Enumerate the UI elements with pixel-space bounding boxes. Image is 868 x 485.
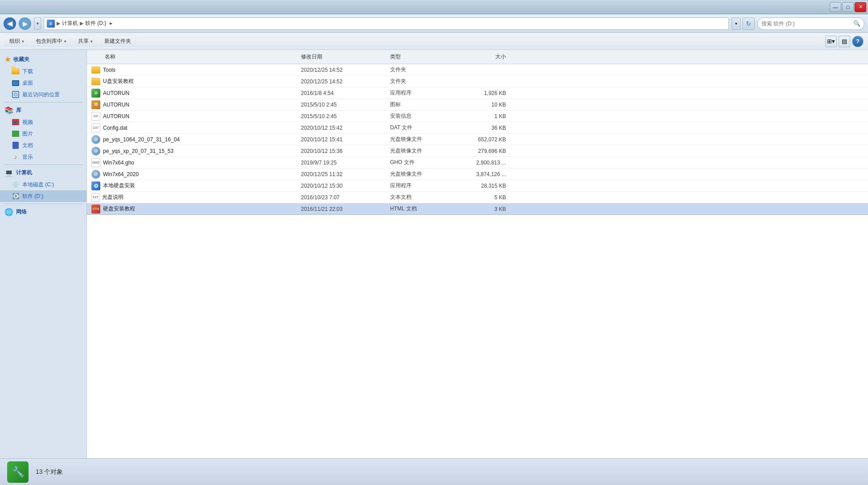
refresh-button[interactable]: ↻ (742, 17, 755, 30)
file-name-text: Config.dat (103, 125, 128, 131)
file-size-cell: 2,900,813 ... (461, 160, 515, 166)
file-name-cell: GHO Win7x64.gho (87, 158, 301, 167)
path-separator-2: ▶ (80, 21, 83, 26)
file-name-cell: INF AUTORUN (87, 112, 301, 121)
desktop-icon (12, 79, 20, 87)
column-header: 名称 修改日期 类型 大小 (87, 50, 868, 64)
share-button[interactable]: 共享 ▾ (73, 35, 98, 48)
column-size-header[interactable]: 大小 (461, 53, 515, 61)
network-icon: 🌐 (4, 208, 13, 216)
favorites-star-icon: ★ (4, 55, 11, 64)
column-date-header[interactable]: 修改日期 (301, 53, 390, 61)
file-date-cell: 2020/12/25 14:52 (301, 78, 390, 85)
file-size-cell: 3,874,126 ... (461, 171, 515, 177)
file-name-text: 光盘说明 (102, 193, 123, 201)
sidebar-item-images[interactable]: 图片 (0, 128, 86, 140)
file-date-cell: 2020/10/12 15:36 (301, 148, 390, 154)
sidebar-item-software-d[interactable]: 💽 软件 (D:) (0, 190, 86, 202)
file-date-cell: 2015/5/10 2:45 (301, 102, 390, 108)
sidebar-item-downloads[interactable]: 下载 (0, 66, 86, 77)
app-icon: ⚙ (91, 89, 100, 98)
search-box[interactable]: 🔍 (757, 17, 864, 30)
search-icon[interactable]: 🔍 (853, 20, 860, 27)
table-row[interactable]: TXT 光盘说明 2016/10/23 7:07 文本文档 5 KB (87, 192, 868, 203)
sidebar-item-desktop[interactable]: 桌面 (0, 77, 86, 89)
folder-icon (91, 66, 100, 74)
address-path[interactable]: ⊞ ▶ 计算机 ▶ 软件 (D:) ▶ (44, 17, 729, 30)
sidebar-network-label: 网络 (16, 208, 27, 216)
preview-pane-button[interactable]: ▤ (839, 36, 850, 47)
table-row[interactable]: Tools 2020/12/25 14:52 文件夹 (87, 64, 868, 76)
table-row[interactable]: HTM 硬盘安装教程 2016/11/21 22:03 HTML 文档 3 KB (87, 203, 868, 215)
disk-d-icon: 💽 (12, 192, 20, 200)
file-name-cell: 💿 本地硬盘安装 (87, 181, 301, 190)
sidebar-network-header[interactable]: 🌐 网络 (0, 206, 86, 218)
minimize-button[interactable]: — (830, 2, 841, 12)
sidebar-item-local-c[interactable]: 💿 本地磁盘 (C:) (0, 179, 86, 190)
file-size-cell: 1 KB (461, 113, 515, 119)
sidebar-libraries-header[interactable]: 📚 库 (0, 104, 86, 116)
sidebar-computer-header[interactable]: 💻 计算机 (0, 167, 86, 179)
table-row[interactable]: 💿 pe_yqs_xp_20_07_31_15_53 2020/10/12 15… (87, 145, 868, 157)
sidebar-item-documents[interactable]: 文档 (0, 140, 86, 151)
library-dropdown-icon: ▾ (64, 39, 66, 44)
file-items-container: Tools 2020/12/25 14:52 文件夹 U盘安装教程 2020/1… (87, 64, 868, 458)
column-name-header[interactable]: 名称 (87, 53, 301, 61)
file-name-cell: 💿 pe_yqs_xp_20_07_31_15_53 (87, 147, 301, 156)
address-dropdown-button[interactable]: ▾ (732, 17, 740, 30)
column-type-header[interactable]: 类型 (390, 53, 461, 61)
file-date-cell: 2020/10/12 15:30 (301, 183, 390, 189)
dat-icon: DAT (91, 123, 100, 132)
sidebar-favorites-header[interactable]: ★ 收藏夹 (0, 53, 86, 66)
table-row[interactable]: 🖼 AUTORUN 2015/5/10 2:45 图标 10 KB (87, 99, 868, 111)
organize-button[interactable]: 组织 ▾ (4, 35, 29, 48)
path-computer-label: 计算机 (62, 20, 78, 27)
sidebar-section-favorites: ★ 收藏夹 下载 桌面 ⊙ 最近访问的位置 (0, 53, 86, 100)
sidebar-favorites-label: 收藏夹 (13, 56, 29, 63)
file-name-text: Win7x64.gho (103, 160, 134, 166)
sidebar-item-music[interactable]: ♪ 音乐 (0, 151, 86, 163)
hdinstall-icon: 💿 (91, 181, 100, 190)
file-date-cell: 2020/12/25 14:52 (301, 67, 390, 73)
table-row[interactable]: DAT Config.dat 2020/10/12 15:42 DAT 文件 3… (87, 122, 868, 134)
file-name-text: U盘安装教程 (103, 78, 134, 85)
table-row[interactable]: 💿 Win7x64_2020 2020/12/25 11:32 光盘映像文件 3… (87, 169, 868, 180)
file-name-text: pe_yqs_xp_20_07_31_15_53 (103, 148, 173, 154)
search-input[interactable] (761, 21, 852, 27)
maximize-button[interactable]: □ (842, 2, 854, 12)
table-row[interactable]: INF AUTORUN 2015/5/10 2:45 安装信息 1 KB (87, 111, 868, 122)
include-library-button[interactable]: 包含到库中 ▾ (31, 35, 71, 48)
file-name-cell: 🖼 AUTORUN (87, 100, 301, 109)
file-type-cell: GHO 文件 (390, 159, 461, 166)
table-row[interactable]: U盘安装教程 2020/12/25 14:52 文件夹 (87, 76, 868, 87)
new-folder-button[interactable]: 新建文件夹 (99, 35, 136, 48)
sidebar-section-computer: 💻 计算机 💿 本地磁盘 (C:) 💽 软件 (D:) (0, 167, 86, 202)
computer-icon: 💻 (4, 169, 13, 177)
table-row[interactable]: GHO Win7x64.gho 2019/9/7 19:25 GHO 文件 2,… (87, 157, 868, 169)
forward-button[interactable]: ▶ (19, 17, 31, 30)
file-type-cell: 光盘映像文件 (390, 147, 461, 155)
table-row[interactable]: 💿 pe_yqs_1064_20_07_31_16_04 2020/10/12 … (87, 134, 868, 145)
include-library-label: 包含到库中 (36, 37, 62, 45)
addressbar: ◀ ▶ ▾ ⊞ ▶ 计算机 ▶ 软件 (D:) ▶ ▾ ↻ 🔍 (0, 14, 868, 33)
file-name-text: AUTORUN (103, 102, 129, 108)
ico-icon: 🖼 (91, 100, 100, 109)
txt-icon: TXT (91, 193, 99, 202)
help-button[interactable]: ? (852, 36, 864, 47)
sidebar-item-recent[interactable]: ⊙ 最近访问的位置 (0, 89, 86, 100)
status-text: 13 个对象 (36, 468, 63, 476)
gho-icon: GHO (91, 158, 100, 167)
view-toggle-button[interactable]: ⊞▾ (825, 36, 837, 47)
file-size-cell: 652,072 KB (461, 136, 515, 143)
table-row[interactable]: 💿 本地硬盘安装 2020/10/12 15:30 应用程序 28,315 KB (87, 180, 868, 192)
file-size-cell: 1,926 KB (461, 90, 515, 96)
file-name-cell: TXT 光盘说明 (87, 193, 301, 202)
libraries-icon: 📚 (4, 106, 13, 115)
sidebar-item-videos[interactable]: ▶ 视频 (0, 116, 86, 128)
close-button[interactable]: ✕ (855, 2, 866, 12)
path-dropdown-icon[interactable]: ▶ (108, 21, 114, 27)
recent-locations-button[interactable]: ▾ (34, 17, 41, 30)
back-button[interactable]: ◀ (4, 17, 16, 30)
table-row[interactable]: ⚙ AUTORUN 2016/1/8 4:54 应用程序 1,926 KB (87, 87, 868, 99)
inf-icon: INF (91, 112, 100, 121)
